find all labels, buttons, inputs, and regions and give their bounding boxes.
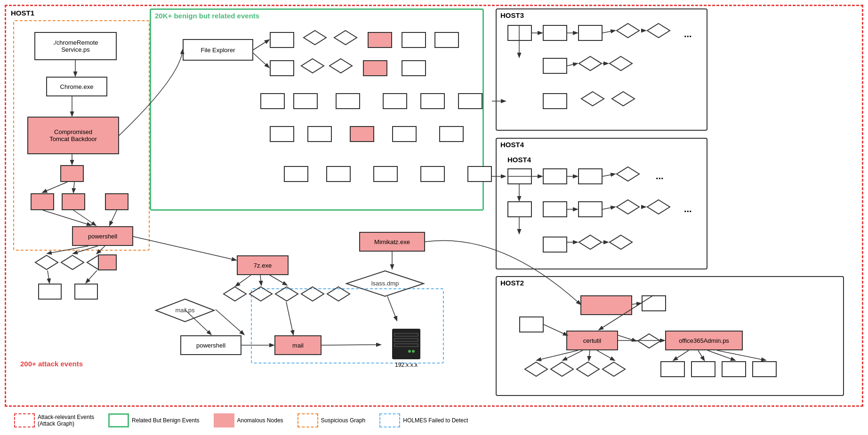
h3-dots-1: ...: [684, 29, 692, 40]
h4-box-3: [578, 168, 603, 184]
h4-dia-5: [609, 234, 633, 250]
host4-label-inner: HOST4: [507, 156, 531, 164]
svg-marker-12: [612, 92, 635, 106]
node-mimikatz: Mimikatz.exe: [359, 232, 425, 252]
b-dia-3: [300, 58, 325, 74]
node-mail: mail: [274, 335, 321, 355]
svg-line-54: [236, 275, 251, 286]
node-chrome-remote: ./chromeRemote Service.ps: [34, 32, 117, 60]
host4-label: HOST4: [500, 141, 524, 149]
h2-dia-2: [524, 361, 548, 377]
b-box-16: [284, 166, 308, 182]
node-small-pink-5: [98, 254, 117, 270]
b-box-8: [336, 93, 360, 109]
node-small-pink-4: [105, 193, 129, 210]
svg-marker-23: [249, 287, 272, 301]
h3-box-2: [543, 25, 567, 41]
svg-marker-0: [35, 255, 58, 269]
node-small-pink-3: [62, 193, 85, 210]
node-powershell-2: powershell: [180, 335, 241, 355]
b-box-9: [383, 93, 407, 109]
benign-label: 20K+ benign but related events: [155, 12, 259, 20]
b-box-10: [420, 93, 445, 109]
h2-pink-1: [580, 295, 632, 315]
b-box-15: [439, 126, 464, 142]
svg-marker-8: [647, 24, 670, 38]
svg-marker-26: [327, 287, 350, 301]
h4-box-1: [507, 168, 532, 184]
svg-line-58: [216, 309, 244, 334]
h2-dia-5: [602, 361, 626, 377]
svg-marker-11: [581, 92, 604, 106]
node-file-explorer: File Explorer: [183, 39, 253, 61]
node-small-pink-1: [60, 165, 84, 182]
svg-marker-36: [577, 362, 599, 376]
b-box-11: [458, 93, 482, 109]
dia-7z-1: [223, 286, 247, 302]
svg-marker-6: [330, 59, 352, 73]
h3-dia-2: [646, 23, 671, 39]
node-powershell-left: powershell: [72, 226, 133, 246]
b-pink-3: [350, 126, 374, 142]
h3-dia-6: [611, 91, 635, 107]
dia-7z-2: [249, 286, 273, 302]
b-box-19: [420, 166, 445, 182]
node-certutil: certutil: [566, 331, 618, 350]
h2-box-2: [519, 316, 544, 332]
attack-label: 200+ attack events: [20, 360, 83, 368]
svg-marker-13: [617, 167, 639, 181]
h4-dia-2: [616, 199, 640, 215]
dia-7z-3: [274, 286, 299, 302]
svg-marker-34: [525, 362, 547, 376]
b-dia-4: [329, 58, 353, 74]
b-box-20: [467, 166, 492, 182]
h3-dia-5: [580, 91, 605, 107]
svg-marker-5: [301, 59, 324, 73]
h3-dia-1: [616, 23, 640, 39]
b-box-7: [293, 93, 318, 109]
svg-marker-7: [617, 24, 639, 38]
h3-dia-3: [578, 55, 603, 71]
b-box-6: [260, 93, 285, 109]
legend-benign: Related But Benign Events: [108, 413, 199, 427]
b-box-13: [307, 126, 332, 142]
b-box-18: [373, 166, 398, 182]
svg-marker-15: [647, 200, 670, 214]
svg-marker-37: [603, 362, 625, 376]
h2-dia-3: [550, 361, 574, 377]
b-dia-2: [333, 30, 358, 46]
svg-marker-1: [61, 255, 84, 269]
node-server: 192.x.x.x: [378, 321, 434, 373]
legend-bar: Attack-relevant Events(Attack Graph) Rel…: [5, 411, 863, 430]
h2-dia-1: [637, 333, 661, 349]
diamond-2: [60, 254, 85, 270]
b-pink-1: [368, 32, 392, 48]
node-lsass-container: lsass.dmp: [345, 269, 425, 298]
h4-box-5: [543, 201, 567, 217]
host2-label: HOST2: [500, 279, 524, 287]
svg-point-32: [408, 350, 411, 353]
h4-dia-3: [646, 199, 671, 215]
legend-suspicious: Suspicious Graph: [297, 413, 366, 427]
h2-dia-4: [576, 361, 600, 377]
svg-marker-24: [275, 287, 298, 301]
legend-attack: Attack-relevant Events(Attack Graph): [14, 413, 94, 427]
h2-white-1: [660, 361, 685, 377]
h3-dia-4: [609, 55, 633, 71]
host1-label: HOST1: [11, 9, 34, 17]
svg-marker-9: [579, 56, 602, 71]
svg-marker-10: [610, 56, 632, 71]
h3-box-4: [543, 58, 567, 74]
svg-marker-22: [224, 287, 246, 301]
node-office365: office365Admin.ps: [665, 331, 743, 350]
dia-7z-5: [326, 286, 351, 302]
svg-marker-3: [304, 31, 326, 45]
b-box-1: [270, 32, 294, 48]
svg-text:mail.ps: mail.ps: [175, 307, 195, 314]
h4-dots-2: ...: [684, 204, 692, 214]
b-pink-2: [363, 60, 387, 76]
diamond-1: [34, 254, 59, 270]
h2-white-3: [722, 361, 746, 377]
b-box-14: [392, 126, 417, 142]
h4-box-6: [578, 201, 603, 217]
